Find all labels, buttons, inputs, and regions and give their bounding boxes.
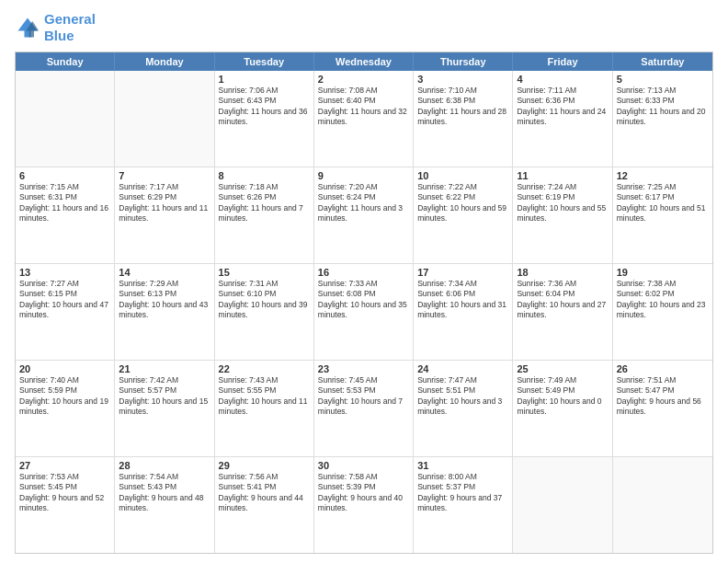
header-day-tuesday: Tuesday (215, 52, 314, 71)
day-cell-12: 12Sunrise: 7:25 AM Sunset: 6:17 PM Dayli… (613, 167, 712, 263)
empty-cell (115, 71, 214, 167)
day-cell-31: 31Sunrise: 8:00 AM Sunset: 5:37 PM Dayli… (414, 457, 513, 553)
day-cell-30: 30Sunrise: 7:58 AM Sunset: 5:39 PM Dayli… (314, 457, 414, 553)
day-number: 13 (19, 267, 110, 278)
day-cell-24: 24Sunrise: 7:47 AM Sunset: 5:51 PM Dayli… (414, 361, 513, 456)
day-info: Sunrise: 7:24 AM Sunset: 6:19 PM Dayligh… (517, 182, 608, 224)
day-cell-7: 7Sunrise: 7:17 AM Sunset: 6:29 PM Daylig… (115, 167, 214, 263)
day-number: 15 (219, 267, 310, 278)
day-cell-2: 2Sunrise: 7:08 AM Sunset: 6:40 PM Daylig… (314, 71, 414, 167)
day-info: Sunrise: 7:13 AM Sunset: 6:33 PM Dayligh… (617, 86, 709, 128)
empty-cell (613, 457, 712, 553)
day-info: Sunrise: 7:42 AM Sunset: 5:57 PM Dayligh… (119, 375, 210, 418)
day-info: Sunrise: 7:06 AM Sunset: 6:43 PM Dayligh… (219, 86, 310, 128)
day-cell-20: 20Sunrise: 7:40 AM Sunset: 5:59 PM Dayli… (16, 361, 115, 456)
day-info: Sunrise: 7:33 AM Sunset: 6:08 PM Dayligh… (318, 279, 409, 321)
calendar-body: 1Sunrise: 7:06 AM Sunset: 6:43 PM Daylig… (16, 71, 712, 553)
day-info: Sunrise: 7:17 AM Sunset: 6:29 PM Dayligh… (119, 182, 210, 224)
day-info: Sunrise: 7:43 AM Sunset: 5:55 PM Dayligh… (219, 375, 310, 418)
day-number: 30 (318, 460, 409, 471)
day-cell-11: 11Sunrise: 7:24 AM Sunset: 6:19 PM Dayli… (513, 167, 612, 263)
day-info: Sunrise: 7:53 AM Sunset: 5:45 PM Dayligh… (19, 472, 110, 514)
day-cell-17: 17Sunrise: 7:34 AM Sunset: 6:06 PM Dayli… (414, 264, 513, 360)
day-number: 27 (19, 460, 110, 471)
day-info: Sunrise: 7:36 AM Sunset: 6:04 PM Dayligh… (517, 279, 608, 321)
day-number: 19 (617, 267, 709, 278)
header-day-monday: Monday (115, 52, 214, 71)
day-number: 10 (417, 170, 508, 181)
day-cell-21: 21Sunrise: 7:42 AM Sunset: 5:57 PM Dayli… (115, 361, 214, 456)
day-cell-15: 15Sunrise: 7:31 AM Sunset: 6:10 PM Dayli… (215, 264, 314, 360)
day-info: Sunrise: 7:58 AM Sunset: 5:39 PM Dayligh… (318, 472, 409, 514)
day-info: Sunrise: 7:22 AM Sunset: 6:22 PM Dayligh… (417, 182, 508, 224)
day-info: Sunrise: 7:20 AM Sunset: 6:24 PM Dayligh… (318, 182, 409, 224)
day-cell-9: 9Sunrise: 7:20 AM Sunset: 6:24 PM Daylig… (314, 167, 414, 263)
day-info: Sunrise: 7:49 AM Sunset: 5:49 PM Dayligh… (517, 375, 608, 418)
day-info: Sunrise: 7:31 AM Sunset: 6:10 PM Dayligh… (219, 279, 310, 321)
day-info: Sunrise: 7:51 AM Sunset: 5:47 PM Dayligh… (617, 375, 709, 418)
header-day-saturday: Saturday (613, 52, 712, 71)
day-number: 24 (417, 363, 508, 374)
day-cell-13: 13Sunrise: 7:27 AM Sunset: 6:15 PM Dayli… (16, 264, 115, 360)
week-row-3: 20Sunrise: 7:40 AM Sunset: 5:59 PM Dayli… (16, 360, 712, 456)
header-day-friday: Friday (513, 52, 612, 71)
day-number: 5 (617, 74, 709, 85)
calendar-header: SundayMondayTuesdayWednesdayThursdayFrid… (16, 52, 712, 71)
logo: General Blue (15, 11, 96, 44)
day-number: 8 (219, 170, 310, 181)
day-number: 25 (517, 363, 608, 374)
day-number: 21 (119, 363, 210, 374)
day-info: Sunrise: 7:08 AM Sunset: 6:40 PM Dayligh… (318, 86, 409, 128)
day-number: 11 (517, 170, 608, 181)
week-row-1: 6Sunrise: 7:15 AM Sunset: 6:31 PM Daylig… (16, 167, 712, 263)
day-number: 14 (119, 267, 210, 278)
day-info: Sunrise: 7:47 AM Sunset: 5:51 PM Dayligh… (417, 375, 508, 418)
day-number: 31 (417, 460, 508, 471)
day-cell-23: 23Sunrise: 7:45 AM Sunset: 5:53 PM Dayli… (314, 361, 414, 456)
empty-cell (16, 71, 115, 167)
empty-cell (513, 457, 612, 553)
day-number: 16 (318, 267, 409, 278)
header: General Blue (15, 11, 713, 44)
day-number: 22 (219, 363, 310, 374)
day-cell-16: 16Sunrise: 7:33 AM Sunset: 6:08 PM Dayli… (314, 264, 414, 360)
day-cell-27: 27Sunrise: 7:53 AM Sunset: 5:45 PM Dayli… (16, 457, 115, 553)
day-cell-28: 28Sunrise: 7:54 AM Sunset: 5:43 PM Dayli… (115, 457, 214, 553)
day-cell-1: 1Sunrise: 7:06 AM Sunset: 6:43 PM Daylig… (215, 71, 314, 167)
day-number: 7 (119, 170, 210, 181)
day-info: Sunrise: 7:27 AM Sunset: 6:15 PM Dayligh… (19, 279, 110, 321)
day-cell-25: 25Sunrise: 7:49 AM Sunset: 5:49 PM Dayli… (513, 361, 612, 456)
day-info: Sunrise: 7:10 AM Sunset: 6:38 PM Dayligh… (417, 86, 508, 128)
day-info: Sunrise: 7:18 AM Sunset: 6:26 PM Dayligh… (219, 182, 310, 224)
day-cell-29: 29Sunrise: 7:56 AM Sunset: 5:41 PM Dayli… (215, 457, 314, 553)
day-info: Sunrise: 7:11 AM Sunset: 6:36 PM Dayligh… (517, 86, 608, 128)
day-number: 28 (119, 460, 210, 471)
day-cell-26: 26Sunrise: 7:51 AM Sunset: 5:47 PM Dayli… (613, 361, 712, 456)
day-info: Sunrise: 7:38 AM Sunset: 6:02 PM Dayligh… (617, 279, 709, 321)
day-info: Sunrise: 7:40 AM Sunset: 5:59 PM Dayligh… (19, 375, 110, 418)
day-cell-22: 22Sunrise: 7:43 AM Sunset: 5:55 PM Dayli… (215, 361, 314, 456)
day-cell-5: 5Sunrise: 7:13 AM Sunset: 6:33 PM Daylig… (613, 71, 712, 167)
day-info: Sunrise: 7:54 AM Sunset: 5:43 PM Dayligh… (119, 472, 210, 514)
day-info: Sunrise: 7:29 AM Sunset: 6:13 PM Dayligh… (119, 279, 210, 321)
day-cell-14: 14Sunrise: 7:29 AM Sunset: 6:13 PM Dayli… (115, 264, 214, 360)
day-number: 17 (417, 267, 508, 278)
day-number: 9 (318, 170, 409, 181)
page: General Blue SundayMondayTuesdayWednesda… (0, 0, 728, 563)
day-cell-3: 3Sunrise: 7:10 AM Sunset: 6:38 PM Daylig… (414, 71, 513, 167)
calendar: SundayMondayTuesdayWednesdayThursdayFrid… (15, 52, 713, 554)
day-info: Sunrise: 7:56 AM Sunset: 5:41 PM Dayligh… (219, 472, 310, 514)
day-cell-6: 6Sunrise: 7:15 AM Sunset: 6:31 PM Daylig… (16, 167, 115, 263)
day-number: 18 (517, 267, 608, 278)
header-day-sunday: Sunday (16, 52, 115, 71)
day-number: 20 (19, 363, 110, 374)
day-number: 12 (617, 170, 709, 181)
week-row-0: 1Sunrise: 7:06 AM Sunset: 6:43 PM Daylig… (16, 71, 712, 167)
day-cell-4: 4Sunrise: 7:11 AM Sunset: 6:36 PM Daylig… (513, 71, 612, 167)
logo-text: General Blue (44, 11, 96, 44)
day-info: Sunrise: 8:00 AM Sunset: 5:37 PM Dayligh… (417, 472, 508, 514)
week-row-2: 13Sunrise: 7:27 AM Sunset: 6:15 PM Dayli… (16, 263, 712, 360)
day-number: 23 (318, 363, 409, 374)
day-number: 26 (617, 363, 709, 374)
header-day-thursday: Thursday (414, 52, 513, 71)
